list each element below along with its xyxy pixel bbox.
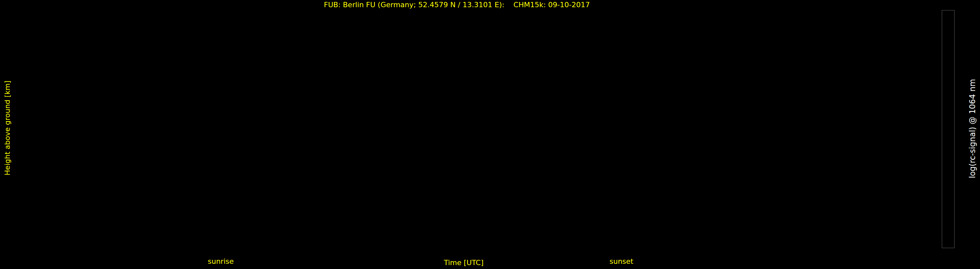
ceilometer-quicklook: FUB: Berlin FU (Germany; 52.4579 N / 13.…	[0, 0, 980, 269]
sunset-annotation: sunset	[595, 257, 648, 266]
y-axis-label: Height above ground [km]	[3, 81, 11, 175]
colorbar	[942, 10, 955, 248]
page-title: FUB: Berlin FU (Germany; 52.4579 N / 13.…	[26, 1, 888, 9]
sunrise-annotation: sunrise	[195, 257, 247, 266]
x-axis-label: Time [UTC]	[428, 259, 500, 267]
heatmap-canvas	[26, 10, 888, 245]
colorbar-label: log(rc-signal) @ 1064 nm	[968, 79, 977, 178]
